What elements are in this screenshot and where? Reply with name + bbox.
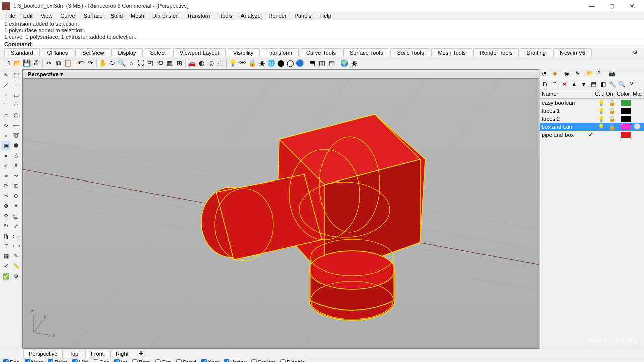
zoom-icon[interactable]: 🔍 (117, 59, 126, 68)
layer-color-swatch[interactable] (621, 100, 631, 106)
rotate-icon[interactable]: ↻ (108, 59, 117, 68)
menu-panels[interactable]: Panels (291, 12, 316, 19)
interp-icon[interactable]: ∿ (1, 121, 11, 130)
osnap-int[interactable]: Int (114, 359, 127, 363)
menu-tools[interactable]: Tools (216, 12, 237, 19)
render-icon[interactable]: ◎ (206, 59, 215, 68)
mirror-icon[interactable]: ⧎ (1, 231, 11, 241)
redo-icon[interactable]: ↷ (86, 59, 95, 68)
network-icon[interactable]: ⧉ (11, 181, 21, 191)
paste-icon[interactable]: 📋 (63, 59, 72, 68)
tab-select[interactable]: Select (144, 48, 173, 57)
command-input[interactable] (35, 41, 640, 47)
news-icon[interactable]: ◉ (349, 59, 358, 68)
close-button[interactable]: ✕ (622, 1, 642, 11)
move-icon[interactable]: ✥ (1, 211, 11, 221)
curve-icon[interactable]: ◠ (11, 101, 21, 110)
tab-standard[interactable]: Standard (4, 48, 40, 57)
col-mat[interactable]: Mat (631, 89, 644, 98)
check-icon[interactable]: ✅ (1, 272, 11, 281)
light-icon[interactable]: 💡 (228, 59, 237, 68)
menu-render[interactable]: Render (265, 12, 291, 19)
sphere-solid-icon[interactable]: ● (1, 151, 11, 160)
tab-new-in-v6[interactable]: New in V6 (553, 48, 592, 57)
tool-icon[interactable]: 🔧 (609, 81, 616, 88)
move-up-icon[interactable]: ▲ (571, 81, 578, 88)
cut-icon[interactable]: ✂ (44, 59, 53, 68)
col-name[interactable]: Name (540, 89, 593, 98)
osnap-perp[interactable]: Perp (132, 359, 150, 363)
col-current[interactable]: C... (593, 89, 604, 98)
tab-drafting[interactable]: Drafting (520, 48, 552, 57)
viewtab-right[interactable]: Right (110, 350, 134, 357)
polygon-icon[interactable]: ⬠ (11, 111, 21, 120)
named-view-icon[interactable]: ▦ (165, 59, 174, 68)
arc-icon[interactable]: ⌒ (1, 101, 11, 110)
zoom-previous-icon[interactable]: ⟲ (155, 59, 165, 68)
layer-row[interactable]: tubes 1 💡 🔓 (540, 107, 644, 115)
color-icon[interactable]: ◧ (599, 81, 606, 88)
loft-icon[interactable]: ≈ (1, 171, 11, 180)
four-viewport-icon[interactable]: ⊞ (175, 59, 184, 68)
layer-bulb-icon[interactable]: 💡 (596, 116, 607, 122)
viewport-tab[interactable]: Perspective▾ (23, 70, 68, 78)
solid-icon[interactable]: ⬢ (11, 141, 21, 150)
tab-solid-tools[interactable]: Solid Tools (390, 48, 430, 57)
search-layer-icon[interactable]: 🔍 (618, 81, 625, 88)
tab-visibility[interactable]: Visibility (227, 48, 260, 57)
annotate-icon[interactable]: ✎ (11, 251, 21, 261)
globe-icon[interactable]: 🌐 (267, 59, 276, 68)
tab-surface-tools[interactable]: Surface Tools (343, 48, 389, 57)
zoom-selected-icon[interactable]: ◰ (146, 59, 155, 68)
osnap-project[interactable]: Project (251, 359, 275, 363)
layer-material[interactable]: ⚪ (634, 123, 642, 130)
menu-mesh[interactable]: Mesh (127, 12, 148, 19)
zoom-extents-icon[interactable]: ⛶ (136, 59, 145, 68)
sweep-icon[interactable]: ↝ (11, 171, 21, 180)
undo-icon[interactable]: ↶ (76, 59, 85, 68)
osnap-tan[interactable]: Tan (155, 359, 171, 363)
menu-surface[interactable]: Surface (79, 12, 107, 19)
lasso-icon[interactable]: ⬚ (11, 70, 21, 80)
menu-view[interactable]: View (37, 12, 57, 19)
folder-tab-icon[interactable]: 📂 (586, 70, 594, 78)
viewtab-front[interactable]: Front (85, 350, 109, 357)
copy-icon[interactable]: ⧉ (54, 59, 63, 68)
viewport-canvas[interactable] (23, 79, 539, 348)
zoom-window-icon[interactable]: ⌕ (127, 59, 136, 68)
extrude-icon[interactable]: ⇪ (11, 161, 21, 170)
layer-color-swatch[interactable] (621, 132, 631, 138)
properties-icon[interactable]: ⬒ (308, 59, 317, 68)
text-icon[interactable]: T (1, 241, 11, 251)
open-icon[interactable]: 📂 (13, 59, 22, 68)
display-tab-icon[interactable]: ✎ (575, 70, 583, 78)
layers-icon[interactable]: ▤ (327, 59, 336, 68)
layer-row[interactable]: tubes 2 💡 🔓 (540, 115, 644, 123)
print-icon[interactable]: 🖶 (32, 59, 41, 68)
layer-material[interactable] (634, 115, 642, 122)
help-tab-icon[interactable]: ? (597, 70, 605, 78)
viewport[interactable]: Perspective▾ (22, 69, 539, 349)
select-icon[interactable]: ↖ (1, 70, 11, 80)
sphere-icon[interactable]: ⬤ (276, 59, 285, 68)
tab-display[interactable]: Display (111, 48, 142, 57)
osnap-end[interactable]: End (3, 359, 20, 363)
dimension-icon[interactable]: ⟷ (11, 241, 21, 251)
command-line[interactable]: Command: (0, 40, 644, 48)
pipe-icon[interactable]: ⌀ (1, 161, 11, 170)
add-viewport-icon[interactable]: ✚ (135, 350, 147, 357)
line-icon[interactable]: ／ (1, 80, 11, 90)
hatch-icon[interactable]: ▦ (1, 251, 11, 261)
layer-color-swatch[interactable] (621, 124, 631, 130)
hide-icon[interactable]: 🔒 (248, 59, 257, 68)
col-color[interactable]: Color (615, 89, 631, 98)
layer-row[interactable]: pipe and box ✔ (540, 131, 644, 139)
car-icon[interactable]: 🚗 (187, 59, 196, 68)
gear-icon[interactable]: ⚙ (633, 49, 640, 56)
ghosted-icon[interactable]: ◌ (216, 59, 225, 68)
point-icon[interactable]: • (1, 131, 11, 140)
layer-bulb-icon[interactable]: 💡 (596, 108, 607, 114)
layer-color-swatch[interactable] (621, 116, 631, 122)
settings-tool-icon[interactable]: ⚙ (11, 272, 21, 281)
new-layer-icon[interactable]: 🗋 (542, 81, 549, 88)
